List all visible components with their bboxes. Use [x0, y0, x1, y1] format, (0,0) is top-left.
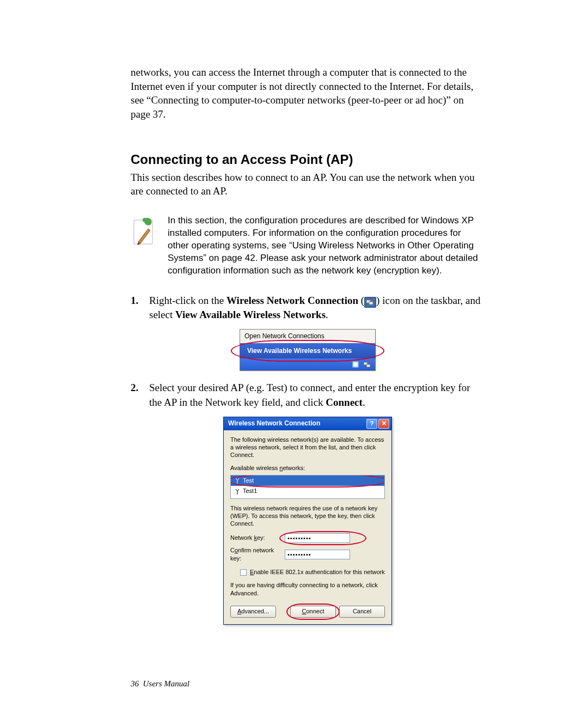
step1-end: . — [326, 309, 328, 320]
step2-pre: Select your desired AP (e.g. Test) to co… — [149, 382, 470, 408]
cancel-button[interactable]: Cancel — [339, 606, 385, 618]
confirm-key-input[interactable] — [285, 550, 350, 559]
list-item[interactable]: Test1 — [231, 486, 384, 496]
advanced-button[interactable]: Advanced... — [230, 606, 276, 618]
svg-rect-7 — [366, 364, 370, 367]
note-block: In this section, the configuration proce… — [131, 215, 485, 277]
note-text: In this section, the configuration proce… — [168, 215, 485, 277]
available-networks-list[interactable]: Test Test1 — [230, 475, 385, 499]
enable-8021x-checkbox[interactable] — [240, 569, 247, 576]
context-menu-item[interactable]: Open Network Connections — [240, 330, 375, 343]
wep-description: This wireless network requires the use o… — [230, 504, 385, 528]
context-menu-figure: Open Network Connections View Available … — [240, 329, 376, 371]
dialog-description: The following wireless network(s) are av… — [230, 436, 385, 459]
page-footer: 36 Users Manual — [131, 679, 485, 688]
section-intro: This section describes how to connect to… — [131, 170, 485, 198]
page-number: 36 — [131, 679, 139, 688]
note-icon — [131, 215, 157, 249]
svg-rect-5 — [353, 362, 358, 367]
step1-term-1: Wireless Network Connection — [226, 295, 358, 306]
help-button-icon[interactable]: ? — [366, 419, 377, 429]
difficulty-note: If you are having difficulty connecting … — [230, 581, 385, 598]
network-name: Test1 — [243, 487, 257, 495]
available-networks-label: Available wireless networks: — [230, 464, 385, 472]
connect-button[interactable]: Connect — [290, 606, 336, 618]
step-2: Select your desired AP (e.g. Test) to co… — [131, 381, 485, 625]
svg-rect-3 — [369, 302, 373, 304]
section-heading: Connecting to an Access Point (AP) — [131, 152, 485, 167]
tray-wireless-icon[interactable] — [363, 360, 372, 369]
taskbar-tray — [240, 358, 375, 370]
step-1: Right-click on the Wireless Network Conn… — [131, 294, 485, 371]
confirm-key-label: Confirm network key: — [230, 546, 285, 563]
step1-between: ( — [358, 295, 364, 306]
step1-term-2: View Available Wireless Networks — [175, 309, 326, 320]
wireless-dialog-figure: Wireless Network Connection ? ✕ The foll… — [223, 417, 392, 625]
antenna-icon — [235, 489, 240, 494]
wireless-tray-icon — [364, 297, 376, 308]
network-key-label: Network key: — [230, 534, 285, 542]
tray-app-icon — [351, 360, 360, 369]
step1-pre: Right-click on the — [149, 295, 226, 306]
step2-end: . — [363, 397, 365, 408]
network-key-input[interactable] — [285, 533, 350, 543]
dialog-titlebar: Wireless Network Connection ? ✕ — [224, 417, 391, 430]
antenna-icon — [235, 478, 240, 483]
network-name: Test — [243, 477, 254, 485]
step2-term: Connect — [326, 397, 363, 408]
footer-label: Users Manual — [143, 679, 189, 688]
context-menu-item-highlighted[interactable]: View Available Wireless Networks — [240, 343, 376, 359]
dialog-title-text: Wireless Network Connection — [228, 419, 320, 428]
intro-paragraph: networks, you can access the Internet th… — [131, 65, 485, 121]
list-item[interactable]: Test — [231, 476, 384, 486]
svg-point-1 — [143, 218, 147, 222]
close-button-icon[interactable]: ✕ — [378, 419, 389, 429]
enable-8021x-label: Enable IEEE 802.1x authentication for th… — [250, 568, 385, 576]
